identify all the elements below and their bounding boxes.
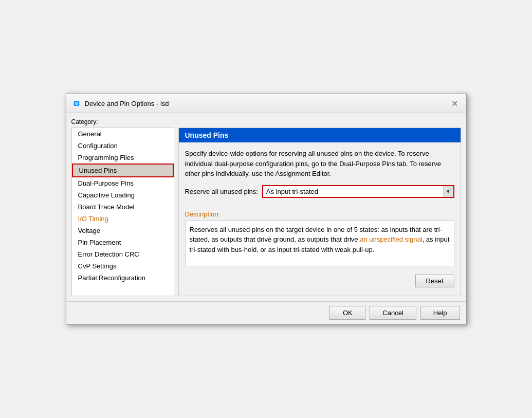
device-icon [72, 99, 81, 107]
category-label: Category: [71, 118, 461, 125]
content-header: Unused Pins [179, 128, 461, 142]
title-bar-left: Device and Pin Options - lsd [72, 99, 169, 107]
dialog-footer: OK Cancel Help [66, 301, 466, 324]
sidebar-item-programming-files[interactable]: Programming Files [72, 152, 174, 163]
description-box: Reserves all unused pins on the target d… [185, 220, 454, 266]
sidebar-item-pin-placement[interactable]: Pin Placement [72, 237, 174, 248]
sidebar-item-cvp-settings[interactable]: CvP Settings [72, 260, 174, 272]
main-content: General Configuration Programming Files … [71, 128, 461, 296]
svg-rect-1 [75, 102, 78, 105]
sidebar-item-capacitive-loading[interactable]: Capacitive Loading [72, 189, 174, 201]
sidebar-item-dual-purpose-pins[interactable]: Dual-Purpose Pins [72, 177, 174, 189]
reserve-label: Reserve all unused pins: [185, 188, 258, 195]
content-panel: Unused Pins Specify device-wide options … [178, 128, 461, 296]
ok-button[interactable]: OK [329, 306, 365, 320]
description-orange-text: an unspecified signal [360, 235, 422, 243]
reserve-select-wrapper: As input tri-stated As output driving gr… [262, 185, 454, 198]
select-dropdown-button[interactable]: ▼ [443, 186, 453, 197]
sidebar-item-error-detection-crc[interactable]: Error Detection CRC [72, 248, 174, 260]
title-bar: Device and Pin Options - lsd ✕ [66, 94, 466, 113]
description-section: Description: Reserves all unused pins on… [185, 210, 454, 266]
reserve-row: Reserve all unused pins: As input tri-st… [185, 185, 454, 198]
reserve-select[interactable]: As input tri-stated As output driving gr… [263, 186, 443, 197]
intro-description: Specify device-wide options for reservin… [185, 149, 454, 179]
description-section-label: Description: [185, 210, 454, 218]
sidebar-item-unused-pins[interactable]: Unused Pins [72, 163, 174, 177]
main-dialog: Device and Pin Options - lsd ✕ Category:… [66, 94, 467, 324]
sidebar-item-voltage[interactable]: Voltage [72, 225, 174, 237]
sidebar-item-io-timing[interactable]: I/O Timing [72, 213, 174, 225]
dialog-body: Category: General Configuration Programm… [66, 113, 466, 301]
sidebar-item-partial-reconfiguration[interactable]: Partial Reconfiguration [72, 272, 174, 284]
help-button[interactable]: Help [420, 306, 460, 320]
sidebar-item-general[interactable]: General [72, 128, 174, 140]
sidebar: General Configuration Programming Files … [71, 128, 174, 296]
dialog-title: Device and Pin Options - lsd [85, 100, 169, 107]
sidebar-item-configuration[interactable]: Configuration [72, 140, 174, 152]
reset-button[interactable]: Reset [415, 275, 454, 287]
content-body: Specify device-wide options for reservin… [179, 142, 461, 296]
reset-row: Reset [185, 272, 454, 289]
sidebar-item-board-trace-model[interactable]: Board Trace Model [72, 201, 174, 213]
cancel-button[interactable]: Cancel [370, 306, 416, 320]
close-button[interactable]: ✕ [450, 98, 460, 108]
